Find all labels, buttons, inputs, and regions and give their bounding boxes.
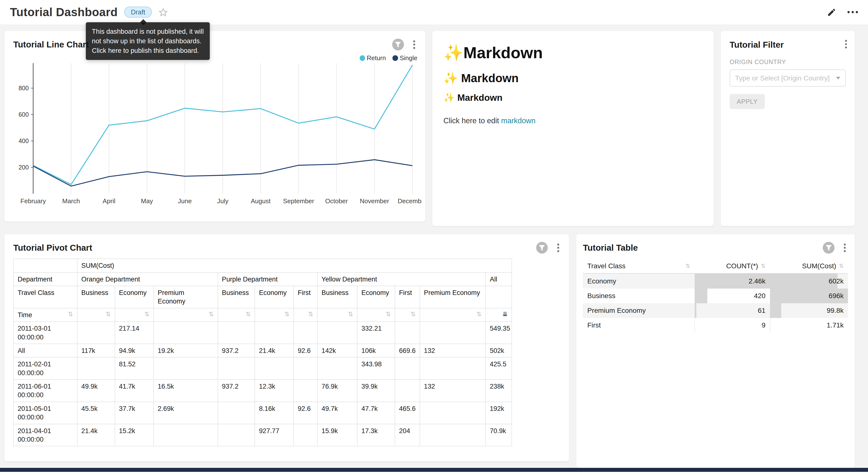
- x-axis-label: February: [21, 197, 46, 205]
- pivot-sort-header[interactable]: ⇅: [395, 308, 420, 322]
- pivot-value-cell: 76.9k: [317, 380, 357, 402]
- pivot-sort-header[interactable]: ⇅: [154, 308, 218, 322]
- sort-icon: ⇅: [686, 263, 690, 269]
- draft-tooltip[interactable]: This dashboard is not published, it will…: [86, 22, 210, 60]
- table-sort-header[interactable]: SUM(Cost)⇅: [770, 259, 848, 273]
- pivot-value-cell: 21.4k: [255, 344, 293, 357]
- pivot-value-cell: 669.6: [395, 344, 420, 357]
- pivot-sort-header[interactable]: ⇅: [115, 308, 154, 322]
- sum-cell: 602k: [770, 273, 848, 288]
- pivot-time-cell: 2011-04-01 00:00:00: [13, 424, 77, 446]
- pivot-value-cell: 142k: [317, 344, 357, 357]
- pivot-row: 2011-04-01 00:00:0021.4k15.2k927.7715.9k…: [13, 424, 512, 446]
- sort-icon: ⇅: [410, 311, 416, 318]
- table-row[interactable]: Business420696k: [583, 289, 848, 303]
- pivot-value-cell: 15.2k: [115, 424, 154, 446]
- line-chart-card: Tutorial Line Chart Return Single 200400…: [4, 31, 425, 222]
- travel-class-cell: First: [583, 318, 695, 333]
- pivot-table: SUM(Cost)DepartmentOrange DepartmentPurp…: [13, 259, 512, 446]
- filter-indicator-icon[interactable]: [392, 39, 404, 50]
- sort-icon: ⇅: [284, 311, 289, 318]
- line-chart-card-header: Tutorial Line Chart: [13, 39, 417, 50]
- more-menu-icon[interactable]: [847, 9, 858, 16]
- filter-indicator-icon[interactable]: [823, 242, 835, 254]
- pivot-value-cell: [395, 380, 420, 402]
- tooltip-line: Click here to publish this dashboard.: [92, 46, 204, 55]
- pivot-sort-header[interactable]: ⇅: [255, 308, 293, 322]
- pivot-sort-header[interactable]: ⇅: [317, 308, 357, 322]
- kebab-menu-icon[interactable]: [411, 39, 417, 50]
- pivot-sort-header[interactable]: ⇅: [420, 308, 486, 322]
- sort-icon: ⇅: [308, 311, 313, 318]
- sort-icon: ⇅: [105, 311, 111, 318]
- cell-value: 61: [699, 306, 766, 315]
- sort-icon: ⇅: [209, 311, 214, 318]
- pivot-value-cell: 39.9k: [357, 380, 395, 402]
- pivot-value-cell: [154, 322, 218, 344]
- pivot-value-cell: [395, 322, 420, 344]
- kebab-menu-icon[interactable]: [555, 242, 561, 253]
- pivot-class-header: Premium Economy: [154, 286, 218, 308]
- filter-card-title: Tutorial Filter: [730, 40, 846, 50]
- footer-strip: [0, 468, 868, 472]
- pivot-sort-header[interactable]: ⇅: [293, 308, 317, 322]
- chevron-down-icon: [836, 77, 840, 80]
- markdown-h2: ✨ Markdown: [443, 71, 703, 85]
- kebab-menu-icon[interactable]: [842, 242, 848, 253]
- table-card-icons: [823, 242, 848, 254]
- line-chart-card-icons: [392, 39, 417, 50]
- pivot-value-cell: [293, 380, 317, 402]
- pivot-sort-header-time[interactable]: ⇅Time: [13, 308, 77, 322]
- pivot-sort-header[interactable]: ⇅: [218, 308, 255, 322]
- pivot-class-header: Economy: [115, 286, 154, 308]
- markdown-h1: ✨Markdown: [443, 43, 703, 62]
- pivot-value-cell: [293, 357, 317, 380]
- column-label: COUNT(*): [726, 262, 758, 270]
- cell-value: 9: [699, 321, 766, 329]
- apply-button[interactable]: APPLY: [730, 94, 765, 109]
- filter-indicator-icon[interactable]: [536, 242, 548, 254]
- draft-badge[interactable]: Draft: [124, 7, 152, 18]
- pivot-value-cell: [218, 357, 255, 380]
- table-row[interactable]: Economy2.46k602k: [583, 273, 848, 288]
- pivot-group-header: Yellow Department: [317, 272, 486, 286]
- x-axis-label: August: [251, 197, 271, 205]
- sum-cell: 1.71k: [770, 318, 848, 333]
- pivot-time-cell: All: [13, 344, 77, 357]
- pivot-value-cell: 19.2k: [154, 344, 218, 357]
- pivot-value-cell: 47.7k: [357, 402, 395, 424]
- kebab-menu-icon[interactable]: [843, 39, 849, 50]
- origin-country-label: ORIGIN COUNTRY: [730, 58, 846, 65]
- sort-icon: ⇅: [68, 311, 73, 318]
- cell-value: 602k: [774, 277, 843, 285]
- table-row[interactable]: First91.71k: [583, 318, 848, 333]
- filter-card: Tutorial Filter ORIGIN COUNTRY Type or S…: [721, 31, 855, 226]
- pivot-group-header: Purple Department: [218, 272, 318, 286]
- markdown-paragraph-text: Click here to edit: [443, 116, 501, 125]
- y-tick-label: 600: [19, 111, 29, 118]
- pivot-sort-header[interactable]: ⇅: [77, 308, 115, 322]
- select-placeholder: Type or Select [Origin Country]: [735, 74, 833, 82]
- pivot-metric-header: SUM(Cost): [77, 259, 512, 272]
- pivot-row: All117k94.9k19.2k937.221.4k92.6142k106k6…: [13, 344, 512, 357]
- pivot-value-cell: [317, 322, 357, 344]
- sort-icon: ⇅: [246, 311, 251, 318]
- table-row[interactable]: Premium Economy6199.8k: [583, 303, 848, 318]
- star-icon[interactable]: [158, 7, 168, 17]
- pivot-card-icons: [536, 242, 561, 254]
- pivot-value-cell: 192k: [486, 402, 512, 424]
- markdown-edit-link[interactable]: markdown: [501, 116, 535, 125]
- pivot-value-cell: 937.2: [218, 380, 255, 402]
- table-sort-header[interactable]: Travel Class⇅: [583, 259, 695, 273]
- pivot-time-cell: 2011-05-01 00:00:00: [13, 402, 77, 424]
- edit-pencil-icon[interactable]: [827, 7, 836, 17]
- origin-country-select[interactable]: Type or Select [Origin Country]: [730, 69, 846, 87]
- pivot-travel-class-label: Travel Class: [13, 286, 77, 308]
- table-sort-header[interactable]: COUNT(*)⇅: [695, 259, 770, 273]
- pivot-sort-header[interactable]: ⇊: [486, 308, 512, 322]
- pivot-value-cell: 132: [420, 380, 486, 402]
- pivot-sort-header[interactable]: ⇅: [357, 308, 395, 322]
- pivot-value-cell: [420, 322, 486, 344]
- y-tick-label: 200: [19, 164, 29, 171]
- x-axis-label: April: [103, 197, 115, 205]
